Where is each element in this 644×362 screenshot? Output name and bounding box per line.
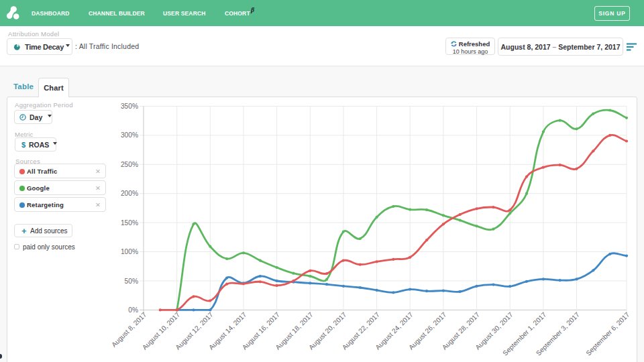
svg-text:September 6, 2017: September 6, 2017 bbox=[584, 310, 631, 357]
svg-text:100%: 100% bbox=[121, 248, 138, 255]
svg-text:300%: 300% bbox=[121, 131, 138, 139]
svg-text:50%: 50% bbox=[125, 278, 138, 285]
svg-text:150%: 150% bbox=[121, 219, 138, 227]
svg-text:August 8, 2017: August 8, 2017 bbox=[110, 310, 148, 348]
svg-text:250%: 250% bbox=[121, 161, 138, 168]
svg-text:350%: 350% bbox=[121, 103, 138, 110]
svg-text:0%: 0% bbox=[128, 306, 138, 314]
svg-text:200%: 200% bbox=[121, 190, 138, 197]
